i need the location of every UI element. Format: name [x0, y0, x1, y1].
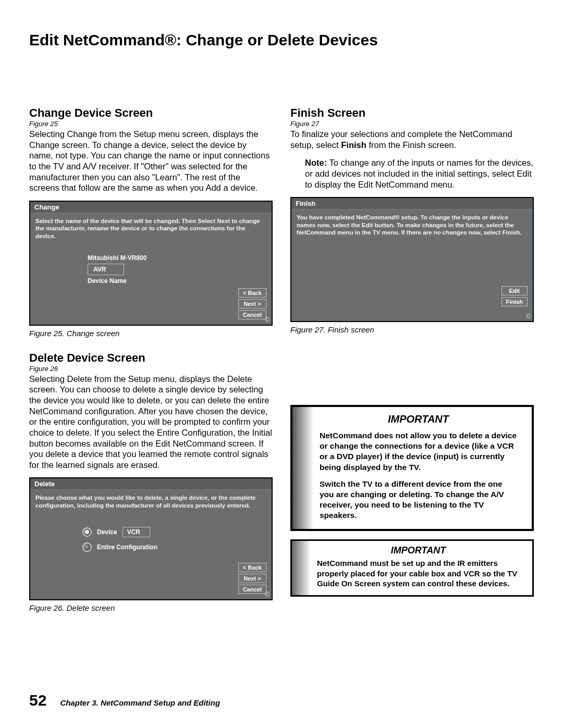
screenshot-delete: Delete Please choose what you would like…: [29, 477, 273, 600]
radio-device-icon[interactable]: [82, 527, 92, 537]
screenshot-change: Change Select the name of the device tha…: [29, 201, 273, 326]
left-column: Change Device Screen Figure 25 Selecting…: [29, 106, 273, 626]
page-title: Edit NetCommand®: Change or Delete Devic…: [29, 31, 534, 49]
radio-device-label: Device: [97, 528, 117, 536]
page-number: 52: [29, 692, 46, 709]
finish-note-body: To change any of the inputs or names for…: [305, 158, 533, 189]
next-button[interactable]: Next >: [238, 574, 266, 583]
important-2-p1: NetCommand must be set up and the IR emi…: [317, 558, 520, 589]
change-device-name-input[interactable]: AVR: [88, 264, 124, 275]
delete-device-body: Selecting Delete from the Setup menu, di…: [29, 374, 273, 471]
heading-change-device: Change Device Screen: [29, 106, 273, 120]
right-column: Finish Screen Figure 27 To finalize your…: [290, 106, 534, 626]
change-device-body: Selecting Change from the Setup menu scr…: [29, 129, 273, 193]
footer: 52 Chapter 3. NetCommand Setup and Editi…: [29, 692, 220, 709]
finish-button[interactable]: Finish: [501, 297, 528, 306]
back-button[interactable]: < Back: [238, 563, 266, 572]
important-box-2: IMPORTANT NetCommand must be set up and …: [290, 539, 534, 597]
radio-entire-config-label: Entire Configuration: [97, 544, 157, 551]
finish-body-post: from the Finish screen.: [366, 140, 456, 150]
chapter-label: Chapter 3. NetCommand Setup and Editing: [60, 698, 220, 707]
figref-25: Figure 25: [29, 120, 273, 128]
cancel-button[interactable]: Cancel: [238, 310, 266, 319]
screenshot-change-title: Change: [30, 202, 272, 213]
screenshot-finish-instr: You have completed NetCommand® setup. To…: [297, 214, 528, 236]
important-1-title: IMPORTANT: [320, 413, 517, 425]
finish-body-bold: Finish: [341, 140, 366, 150]
cancel-button[interactable]: Cancel: [238, 585, 266, 594]
figure-25-caption: Figure 25. Change screen: [29, 329, 273, 338]
important-1-p1: NetCommand does not allow you to delete …: [320, 430, 517, 473]
screenshot-finish: Finish You have completed NetCommand® se…: [290, 197, 534, 322]
edit-button[interactable]: Edit: [501, 286, 528, 295]
screenshot-finish-title: Finish: [291, 198, 533, 209]
screenshot-delete-title: Delete: [30, 478, 272, 490]
finish-note: Note: To change any of the inputs or nam…: [305, 157, 534, 190]
screenshot-delete-instr: Please choose what you would like to del…: [35, 494, 266, 509]
finish-body: To finalize your selections and complete…: [290, 129, 534, 150]
figure-26-caption: Figure 26. Delete screen: [29, 603, 273, 612]
radio-entire-config-icon[interactable]: [82, 542, 92, 552]
figure-27-caption: Figure 27. Finish screen: [290, 325, 534, 334]
figref-27: Figure 27: [290, 120, 534, 128]
finish-note-label: Note:: [305, 158, 327, 167]
device-select[interactable]: VCR: [123, 527, 150, 537]
important-1-p2: Switch the TV to a different device from…: [320, 479, 517, 521]
next-button[interactable]: Next >: [238, 299, 266, 309]
change-device-name-label: Device Name: [88, 277, 266, 285]
figref-26: Figure 26: [29, 365, 273, 373]
important-box-1: IMPORTANT NetCommand does not allow you …: [290, 405, 534, 531]
corner-icon: ©: [526, 313, 531, 320]
heading-finish: Finish Screen: [290, 106, 534, 120]
important-2-title: IMPORTANT: [317, 545, 520, 556]
heading-delete-device: Delete Device Screen: [29, 351, 273, 365]
corner-icon: ©: [265, 591, 270, 598]
screenshot-change-instr: Select the name of the device that will …: [35, 217, 266, 240]
back-button[interactable]: < Back: [238, 288, 266, 298]
corner-icon: ©: [265, 316, 270, 324]
change-device-above: Mitsubishi M-VR800: [88, 254, 266, 262]
